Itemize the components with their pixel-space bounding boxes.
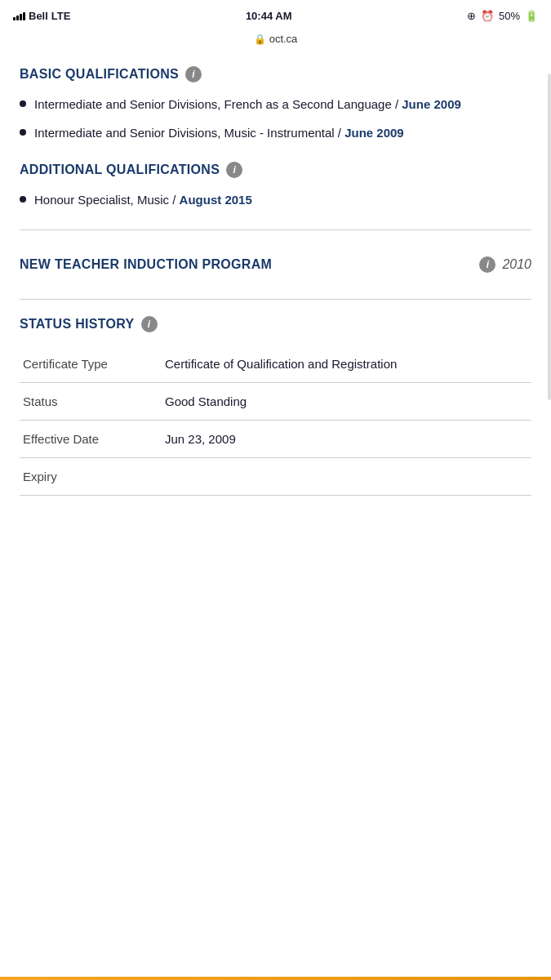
- url-bar[interactable]: 🔒 oct.ca: [0, 29, 551, 50]
- carrier-label: Bell: [29, 10, 48, 22]
- additional-qualifications-title: ADDITIONAL QUALIFICATIONS: [20, 163, 220, 177]
- status-history-section: STATUS HISTORY i Certificate Type Certif…: [20, 316, 531, 496]
- qual-date: August 2015: [180, 193, 252, 207]
- divider-2: [20, 299, 531, 300]
- status-left: Bell LTE: [13, 10, 70, 22]
- signal-bar-2: [16, 16, 19, 20]
- battery-label: 50%: [499, 10, 520, 22]
- main-content: BASIC QUALIFICATIONS i Intermediate and …: [0, 50, 551, 512]
- table-row: Certificate Type Certificate of Qualific…: [20, 345, 531, 383]
- ntip-title: NEW TEACHER INDUCTION PROGRAM: [20, 257, 473, 272]
- status-label: Status: [20, 382, 158, 420]
- scrollbar[interactable]: [548, 74, 551, 400]
- status-bar: Bell LTE 10:44 AM ⊕ ⏰ 50% 🔋: [0, 0, 551, 29]
- time-display: 10:44 AM: [246, 10, 292, 22]
- effective-date-value: Jun 23, 2009: [158, 420, 531, 457]
- status-right: ⊕ ⏰ 50% 🔋: [467, 10, 538, 22]
- network-label: LTE: [51, 10, 71, 22]
- divider-1: [20, 229, 531, 230]
- status-value: Good Standing: [158, 382, 531, 420]
- qual-date: June 2009: [402, 97, 461, 111]
- status-history-title: STATUS HISTORY: [20, 317, 135, 332]
- certificate-type-label: Certificate Type: [20, 345, 158, 383]
- qual-item-text: Honour Specialist, Music / August 2015: [34, 191, 252, 210]
- bullet-icon: [20, 196, 26, 203]
- table-row: Status Good Standing: [20, 382, 531, 420]
- url-display: oct.ca: [269, 33, 298, 45]
- bullet-icon: [20, 129, 26, 136]
- basic-qualifications-info-icon[interactable]: i: [185, 66, 202, 82]
- status-table: Certificate Type Certificate of Qualific…: [20, 345, 531, 496]
- signal-bars: [13, 11, 25, 20]
- additional-qualifications-list: Honour Specialist, Music / August 2015: [20, 191, 531, 210]
- certificate-type-value: Certificate of Qualification and Registr…: [158, 345, 531, 383]
- table-row: Effective Date Jun 23, 2009: [20, 420, 531, 457]
- qual-date: June 2009: [344, 126, 404, 140]
- signal-bar-1: [13, 17, 16, 20]
- expiry-label: Expiry: [20, 457, 158, 495]
- qual-item-text: Intermediate and Senior Divisions, Frenc…: [34, 96, 461, 114]
- list-item: Honour Specialist, Music / August 2015: [20, 191, 531, 210]
- table-row: Expiry: [20, 457, 531, 495]
- basic-qualifications-list: Intermediate and Senior Divisions, Frenc…: [20, 96, 531, 142]
- status-history-heading: STATUS HISTORY i: [20, 316, 531, 332]
- bottom-bar: [0, 977, 551, 980]
- expiry-value: [158, 457, 531, 495]
- signal-bar-4: [23, 12, 25, 20]
- bullet-icon: [20, 100, 26, 107]
- lock-icon: 🔒: [254, 33, 266, 45]
- qual-item-text: Intermediate and Senior Divisions, Music…: [34, 124, 404, 143]
- list-item: Intermediate and Senior Divisions, Music…: [20, 124, 531, 143]
- rotation-icon: ⊕: [467, 10, 476, 22]
- basic-qualifications-title: BASIC QUALIFICATIONS: [20, 67, 179, 82]
- ntip-info-icon[interactable]: i: [479, 256, 495, 273]
- additional-qualifications-heading: ADDITIONAL QUALIFICATIONS i: [20, 162, 531, 178]
- battery-icon: 🔋: [525, 10, 538, 22]
- alarm-icon: ⏰: [481, 10, 494, 22]
- ntip-year: 2010: [502, 257, 531, 272]
- effective-date-label: Effective Date: [20, 420, 158, 457]
- url-bar-inner: 🔒 oct.ca: [254, 33, 298, 45]
- additional-qualifications-info-icon[interactable]: i: [226, 162, 242, 178]
- list-item: Intermediate and Senior Divisions, Frenc…: [20, 96, 531, 114]
- signal-bar-3: [20, 14, 22, 20]
- ntip-row: NEW TEACHER INDUCTION PROGRAM i 2010: [20, 247, 531, 283]
- basic-qualifications-heading: BASIC QUALIFICATIONS i: [20, 66, 531, 82]
- status-history-info-icon[interactable]: i: [141, 316, 158, 332]
